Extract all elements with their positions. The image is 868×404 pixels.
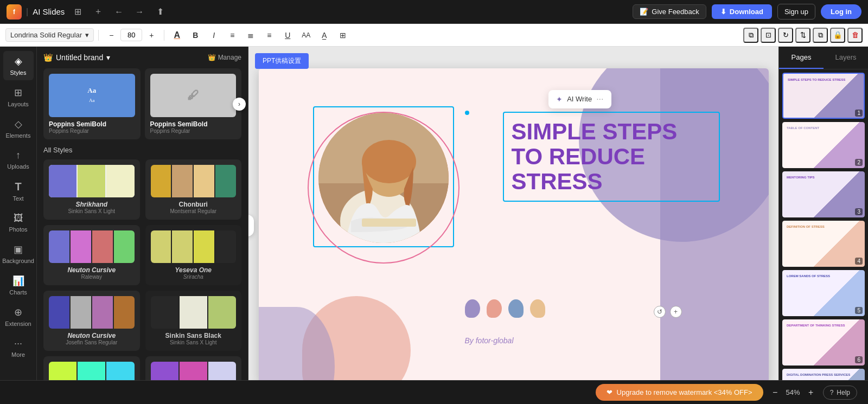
align-center-button[interactable]: ≣ [242,27,259,43]
sidebar-item-text[interactable]: T Text [3,176,34,206]
text-size-button[interactable]: AA [298,27,314,43]
ai-more-button[interactable]: ··· [596,94,603,104]
decrease-font-size-button[interactable]: − [103,27,119,43]
thumb-text-3: MENTORING TIPS [782,171,865,184]
sidebar-item-charts[interactable]: 📊 Charts [3,271,34,300]
give-feedback-button[interactable]: 📝 Give Feedback [633,4,706,19]
zoom-in-button[interactable]: + [805,386,818,399]
tab-pages[interactable]: Pages [779,47,824,69]
page-item-3[interactable]: MENTORING TIPS 3 [782,171,865,217]
rotate-button[interactable]: ↻ [778,28,793,43]
help-icon: ? [830,389,834,396]
style-neuton-cursive-2[interactable]: Neuton Cursive Josefin Sans Regular [43,291,140,351]
more-icon: ··· [14,338,22,349]
undo-icon[interactable]: ← [111,4,126,20]
sidebar-item-background[interactable]: ▣ Background [3,239,34,268]
bold-button[interactable]: B [187,27,203,43]
arrange-button[interactable]: ⇅ [795,28,810,43]
font-size-input[interactable] [120,29,142,41]
style-card-1[interactable]: AaAa Poppins SemiBold Poppins Regular [43,68,141,139]
grid-icon[interactable]: ⊞ [70,4,85,20]
lock-button[interactable]: 🔒 [830,28,845,43]
page-item-4[interactable]: DEFINITION OF STRESS 4 [782,221,865,267]
download-button[interactable]: ⬇ Download [712,4,772,19]
upload-icon[interactable]: ⬆ [152,4,168,20]
fotor-logo[interactable]: f [7,4,22,20]
page-thumb-2: TABLE OF CONTENT [782,122,865,168]
heart-icon: ❤ [607,388,612,396]
style-card-2[interactable]: 🖋 Poppins SemiBold Poppins Regular [145,68,242,139]
image-selection-box[interactable] [313,106,454,247]
duplicate-button[interactable]: ⧉ [743,28,758,43]
underline-button[interactable]: U [279,27,296,43]
svg-rect-5 [362,219,416,227]
page-item-5[interactable]: LOREM SANDS OF STRESS 5 [782,270,865,316]
sidebar-item-label: More [11,351,25,358]
sidebar-item-label: Photos [9,226,27,233]
zoom-out-button[interactable]: − [769,386,782,399]
signup-button[interactable]: Sign up [777,4,815,20]
align-justify-button[interactable]: ≡ [261,27,277,43]
page-num-2: 2 [855,159,863,166]
page-item-6[interactable]: DEPARTMENT OF THINKING STRESS 6 [782,319,865,365]
sidebar-item-layouts[interactable]: ⊞ Layouts [3,82,34,112]
font-selector[interactable]: Londrina Solid Regular ▾ [5,28,94,42]
sidebar-item-uploads[interactable]: ↑ Uploads [3,145,34,174]
resize-handles: ↺ + [654,306,682,318]
slide-text-box[interactable]: SIMPLE STEPS TO REDUCE STRESS [503,112,720,202]
ppt-setup-button[interactable]: PPT供稿设置 [255,53,309,69]
upgrade-button[interactable]: ❤ Upgrade to remove watermark <34% OFF> [596,384,763,401]
add-handle[interactable]: + [670,306,682,318]
brand-selector[interactable]: 👑 Untitled brand ▾ [43,53,110,62]
highlight-button[interactable]: A̲ [316,27,333,43]
login-button[interactable]: Log in [821,4,861,19]
sidebar-item-label: Text [12,195,23,202]
manage-button[interactable]: 👑 Manage [208,54,241,61]
align-left-button[interactable]: ≡ [224,27,240,43]
delete-button[interactable]: 🗑 [847,28,863,43]
style-chonburi[interactable]: Chonburi Montserrat Regular [145,159,242,220]
font-color-button[interactable]: A [169,27,185,43]
page-num-1: 1 [855,110,863,117]
ai-write-icon: ✦ [556,95,563,104]
page-num-3: 3 [855,208,863,215]
sidebar-item-styles[interactable]: ◈ Styles [3,51,34,80]
styles-header: 👑 Untitled brand ▾ 👑 Manage [43,53,241,62]
carousel-next-button[interactable]: › [233,98,246,111]
style-yeseva-one[interactable]: Yeseva One Sriracha [145,225,242,285]
collapse-panel-button[interactable]: ‹ [248,215,254,236]
help-button[interactable]: ? Help [823,386,857,400]
tab-layers[interactable]: Layers [824,47,868,69]
style-sinkin-sans-black[interactable]: Sinkin Sans Black Sinkin Sans X Light [145,291,242,351]
extension-icon: ⊕ [14,306,22,318]
uploads-icon: ↑ [16,150,21,161]
sidebar-item-label: Charts [9,289,27,296]
italic-button[interactable]: I [206,27,222,43]
page-num-5: 5 [855,307,863,314]
page-num-4: 4 [855,258,863,265]
slide-decorative-dots [465,299,545,318]
sidebar-item-photos[interactable]: 🖼 Photos [3,208,34,237]
position-button[interactable]: ⊡ [761,28,776,43]
ai-write-label[interactable]: AI Write [567,95,592,103]
texture-button[interactable]: ⊞ [335,27,351,43]
page-item-2[interactable]: TABLE OF CONTENT 2 [782,122,865,168]
style-shrikhand[interactable]: Shrikhand Sinkin Sans X Light [43,159,140,220]
layers-button[interactable]: ⧉ [813,28,828,43]
sidebar-item-extension[interactable]: ⊕ Extension [3,302,34,331]
toolbar-divider-2 [164,30,164,41]
slide-byline: By fotor-global [465,336,514,345]
featured-style-cards: AaAa Poppins SemiBold Poppins Regular 🖋 … [43,68,241,139]
add-icon[interactable]: ＋ [91,4,106,20]
dot-2 [487,299,502,318]
redo-icon[interactable]: → [132,4,147,20]
increase-font-size-button[interactable]: + [143,27,159,43]
refresh-handle[interactable]: ↺ [654,306,666,318]
sidebar-item-more[interactable]: ··· More [3,334,34,362]
app-title: AI Slides [33,7,65,16]
page-item-1[interactable]: SIMPLE STEPS TO REDUCE STRESS 1 [782,73,865,119]
sidebar-item-elements[interactable]: ◇ Elements [3,114,34,143]
style-neuton-cursive-1[interactable]: Neuton Cursive Raleway [43,225,140,285]
sidebar-item-label: Elements [6,132,31,139]
dot-1 [465,299,480,318]
